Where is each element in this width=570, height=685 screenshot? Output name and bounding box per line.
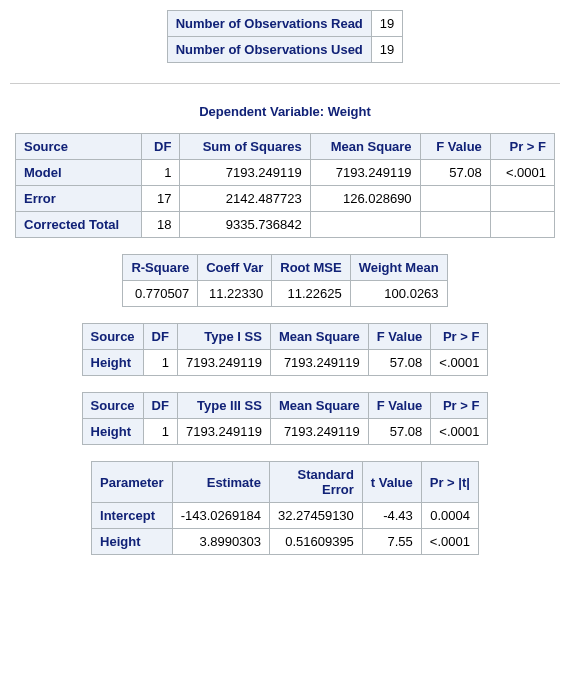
anova-source: Corrected Total	[16, 212, 142, 238]
fit-stats-table: R-Square Coeff Var Root MSE Weight Mean …	[122, 254, 447, 307]
anova-ss: 9335.736842	[180, 212, 310, 238]
t3-h-df: DF	[143, 393, 177, 419]
table-row: 0.770507 11.22330 11.22625 100.0263	[123, 281, 447, 307]
t1-ms: 7193.249119	[270, 350, 368, 376]
p-h-se: Standard Error	[269, 462, 362, 503]
parameter-estimates-table: Parameter Estimate Standard Error t Valu…	[91, 461, 479, 555]
p-h-pr: Pr > |t|	[421, 462, 478, 503]
t3-pr: <.0001	[431, 419, 488, 445]
fit-h-cv: Coeff Var	[198, 255, 272, 281]
t3-ms: 7193.249119	[270, 419, 368, 445]
anova-pr	[490, 212, 554, 238]
table-row: Corrected Total 18 9335.736842	[16, 212, 555, 238]
fit-rmse: 11.22625	[272, 281, 350, 307]
fit-mean: 100.0263	[350, 281, 447, 307]
t3-h-source: Source	[82, 393, 143, 419]
t3-h-ss: Type III SS	[177, 393, 270, 419]
anova-f: 57.08	[420, 160, 490, 186]
fit-h-rmse: Root MSE	[272, 255, 350, 281]
table-row: Model 1 7193.249119 7193.249119 57.08 <.…	[16, 160, 555, 186]
anova-h-ss: Sum of Squares	[180, 134, 310, 160]
t3-h-f: F Value	[368, 393, 431, 419]
type1-table: Source DF Type I SS Mean Square F Value …	[82, 323, 489, 376]
anova-table: Source DF Sum of Squares Mean Square F V…	[15, 133, 555, 238]
t3-ss: 7193.249119	[177, 419, 270, 445]
t1-h-pr: Pr > F	[431, 324, 488, 350]
anova-h-pr: Pr > F	[490, 134, 554, 160]
t1-ss: 7193.249119	[177, 350, 270, 376]
t1-h-source: Source	[82, 324, 143, 350]
anova-ss: 7193.249119	[180, 160, 310, 186]
p-est: -143.0269184	[172, 503, 269, 529]
p-est: 3.8990303	[172, 529, 269, 555]
t1-pr: <.0001	[431, 350, 488, 376]
anova-ms	[310, 212, 420, 238]
p-param: Height	[92, 529, 173, 555]
section-divider	[10, 83, 560, 84]
anova-h-f: F Value	[420, 134, 490, 160]
anova-ms: 126.028690	[310, 186, 420, 212]
obs-read-label: Number of Observations Read	[167, 11, 371, 37]
anova-h-df: DF	[141, 134, 180, 160]
t1-source: Height	[82, 350, 143, 376]
t3-source: Height	[82, 419, 143, 445]
p-t: -4.43	[362, 503, 421, 529]
p-param: Intercept	[92, 503, 173, 529]
table-row: Height 1 7193.249119 7193.249119 57.08 <…	[82, 350, 488, 376]
table-row: Height 1 7193.249119 7193.249119 57.08 <…	[82, 419, 488, 445]
anova-df: 17	[141, 186, 180, 212]
t1-h-f: F Value	[368, 324, 431, 350]
obs-read-value: 19	[371, 11, 402, 37]
anova-ms: 7193.249119	[310, 160, 420, 186]
table-row: Error 17 2142.487723 126.028690	[16, 186, 555, 212]
fit-h-mean: Weight Mean	[350, 255, 447, 281]
anova-source: Error	[16, 186, 142, 212]
p-se: 0.51609395	[269, 529, 362, 555]
t1-h-ss: Type I SS	[177, 324, 270, 350]
p-h-est: Estimate	[172, 462, 269, 503]
anova-h-ms: Mean Square	[310, 134, 420, 160]
t1-f: 57.08	[368, 350, 431, 376]
p-se: 32.27459130	[269, 503, 362, 529]
t3-df: 1	[143, 419, 177, 445]
anova-ss: 2142.487723	[180, 186, 310, 212]
anova-df: 1	[141, 160, 180, 186]
anova-h-source: Source	[16, 134, 142, 160]
anova-source: Model	[16, 160, 142, 186]
t1-df: 1	[143, 350, 177, 376]
fit-rsq: 0.770507	[123, 281, 198, 307]
fit-h-rsq: R-Square	[123, 255, 198, 281]
p-pr: 0.0004	[421, 503, 478, 529]
p-h-param: Parameter	[92, 462, 173, 503]
fit-cv: 11.22330	[198, 281, 272, 307]
table-row: Height 3.8990303 0.51609395 7.55 <.0001	[92, 529, 479, 555]
table-row: Intercept -143.0269184 32.27459130 -4.43…	[92, 503, 479, 529]
anova-df: 18	[141, 212, 180, 238]
observations-table: Number of Observations Read 19 Number of…	[167, 10, 404, 63]
anova-pr: <.0001	[490, 160, 554, 186]
anova-f	[420, 212, 490, 238]
t3-h-pr: Pr > F	[431, 393, 488, 419]
obs-used-label: Number of Observations Used	[167, 37, 371, 63]
type3-table: Source DF Type III SS Mean Square F Valu…	[82, 392, 489, 445]
dependent-variable-title: Dependent Variable: Weight	[10, 104, 560, 119]
p-t: 7.55	[362, 529, 421, 555]
anova-pr	[490, 186, 554, 212]
anova-f	[420, 186, 490, 212]
t1-h-ms: Mean Square	[270, 324, 368, 350]
p-pr: <.0001	[421, 529, 478, 555]
p-h-t: t Value	[362, 462, 421, 503]
t3-f: 57.08	[368, 419, 431, 445]
obs-used-value: 19	[371, 37, 402, 63]
t3-h-ms: Mean Square	[270, 393, 368, 419]
t1-h-df: DF	[143, 324, 177, 350]
